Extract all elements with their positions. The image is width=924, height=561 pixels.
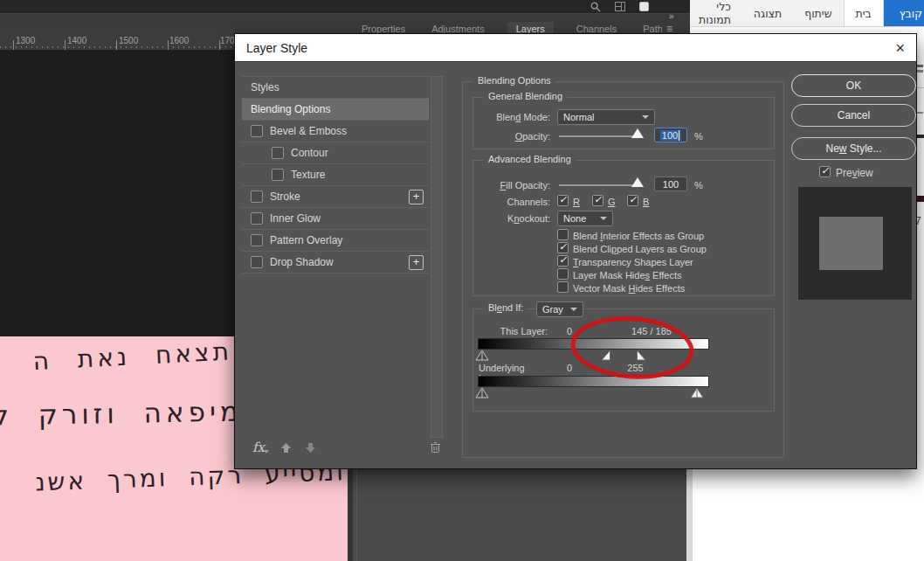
blend-mode-dropdown[interactable]: Normal: [557, 109, 655, 125]
channel-b-checkbox[interactable]: ✓: [627, 195, 638, 206]
style-enable-checkbox[interactable]: [272, 147, 284, 159]
style-enable-checkbox[interactable]: [251, 234, 263, 246]
this-layer-gradient-bar: [478, 338, 709, 350]
styles-list: Styles Blending Options Bevel & Emboss C…: [242, 76, 429, 274]
this-layer-white-left-half-slider[interactable]: [601, 350, 611, 361]
ribbon-tab-home[interactable]: בית: [844, 0, 884, 27]
vector-mask-hides-label: Vector Mask Hides Effects: [573, 283, 685, 294]
blend-if-label: Blend If:: [484, 302, 528, 313]
dialog-titlebar[interactable]: Layer Style ×: [235, 34, 916, 61]
style-enable-checkbox[interactable]: [251, 212, 263, 225]
edge-fragment: [917, 112, 923, 114]
styles-item-blending-options[interactable]: Blending Options: [242, 99, 429, 121]
style-preview-thumbnail: [798, 187, 912, 300]
opacity-field[interactable]: 100: [654, 128, 687, 142]
styles-item-label: Contour: [291, 147, 328, 159]
delete-effect-icon[interactable]: [430, 441, 441, 454]
ribbon-tab-picture-tools[interactable]: כלי תמונות: [690, 0, 742, 26]
check-icon: ✓: [821, 165, 829, 177]
cancel-button[interactable]: Cancel: [791, 104, 916, 127]
blend-if-group: Blend If: Gray This Layer: 0 145 / 185: [472, 308, 775, 412]
canvas-pasteboard: [0, 50, 234, 336]
transparency-shapes-checkbox[interactable]: ✓: [557, 255, 569, 267]
fill-opacity-field[interactable]: 100: [654, 177, 687, 191]
blend-clipped-checkbox[interactable]: ✓: [557, 242, 569, 253]
ribbon-tab-view[interactable]: תצוגה: [742, 0, 793, 26]
style-preview-swatch: [819, 217, 883, 270]
panel-tab-paths[interactable]: Paths: [639, 22, 662, 33]
styles-item-stroke[interactable]: Stroke +: [242, 186, 429, 208]
new-style-button[interactable]: New Style...: [791, 137, 916, 160]
ribbon-tab-file[interactable]: קובץ: [884, 0, 924, 26]
knockout-value: None: [563, 213, 586, 224]
styles-item-pattern-overlay[interactable]: Pattern Overlay: [242, 230, 429, 252]
knockout-dropdown[interactable]: None: [557, 211, 613, 226]
underlying-black-slider[interactable]: [475, 387, 489, 398]
fx-menu-button[interactable]: fx: [252, 440, 265, 455]
channels-label: Channels:: [473, 197, 550, 207]
move-effect-down-icon[interactable]: [305, 442, 316, 454]
blend-interior-checkbox[interactable]: ✓: [557, 229, 569, 240]
styles-list-scrollbar[interactable]: [431, 76, 443, 438]
styles-item-styles[interactable]: Styles: [242, 77, 429, 99]
chevron-down-icon: [642, 115, 649, 119]
this-layer-white-right-half-slider[interactable]: [636, 350, 646, 361]
dialog-title: Layer Style: [246, 41, 307, 55]
underlying-white-slider[interactable]: [690, 387, 704, 398]
ribbon-tab-share[interactable]: שיתוף: [793, 0, 843, 26]
styles-item-contour[interactable]: Contour: [242, 142, 429, 164]
check-icon: ✓: [594, 194, 602, 205]
fill-opacity-value: 100: [663, 179, 679, 190]
add-effect-button[interactable]: +: [409, 255, 424, 270]
general-blending-group: General Blending Blend Mode: Normal Opac…: [472, 97, 775, 149]
ok-button[interactable]: OK: [791, 74, 916, 97]
layer-style-dialog: Layer Style × Styles Blending Options Be…: [234, 33, 917, 469]
overflow-chevron-icon[interactable]: »: [669, 11, 673, 21]
opacity-slider-thumb[interactable]: [631, 128, 644, 138]
panel-tab-channels[interactable]: Channels: [573, 22, 620, 33]
horizontal-ruler: 1300 1400 1500 1600 170: [0, 29, 234, 51]
blend-if-dropdown[interactable]: Gray: [536, 301, 583, 317]
check-icon: ✓: [559, 241, 567, 253]
window-icon[interactable]: [639, 2, 649, 11]
panel-tab-layers[interactable]: Layers: [507, 22, 554, 33]
styles-item-inner-glow[interactable]: Inner Glow: [242, 208, 429, 230]
styles-item-bevel-emboss[interactable]: Bevel & Emboss: [242, 121, 429, 142]
preview-label: Preview: [836, 167, 873, 179]
layer-mask-hides-checkbox[interactable]: ✓: [557, 268, 569, 280]
close-icon[interactable]: ×: [895, 40, 905, 56]
styles-item-texture[interactable]: Texture: [242, 164, 429, 186]
styles-item-drop-shadow[interactable]: Drop Shadow +: [242, 252, 429, 274]
ruler-tick-label: 1500: [119, 36, 138, 45]
search-icon[interactable]: [590, 2, 601, 12]
panel-tab-properties[interactable]: Properties: [358, 22, 409, 33]
this-layer-high-value: 145 / 185: [622, 326, 681, 336]
fill-opacity-label: Fill Opacity:: [473, 180, 550, 190]
opacity-slider-track: [559, 135, 638, 137]
channel-g-checkbox[interactable]: ✓: [592, 195, 603, 206]
styles-item-label: Inner Glow: [270, 212, 321, 225]
style-enable-checkbox[interactable]: [272, 169, 284, 181]
advanced-blending-group: Advanced Blending Fill Opacity: 100 % Ch…: [472, 160, 775, 296]
panel-tab-bar: Properties Adjustments Layers Channels P…: [358, 22, 662, 33]
panel-tab-adjustments[interactable]: Adjustments: [428, 22, 488, 33]
style-enable-checkbox[interactable]: [251, 190, 263, 203]
channel-g-label: G: [608, 197, 616, 207]
add-effect-button[interactable]: +: [409, 190, 424, 204]
window-edge: [686, 469, 693, 561]
ruler-tick-label: 1400: [67, 36, 86, 45]
this-layer-black-slider[interactable]: [475, 350, 489, 361]
ruler-tick-label: 170: [220, 36, 234, 45]
style-enable-checkbox[interactable]: [251, 125, 263, 137]
blend-clipped-label: Blend Clipped Layers as Group: [573, 244, 707, 254]
fill-opacity-slider-thumb[interactable]: [631, 177, 644, 187]
blend-interior-label: Blend Interior Effects as Group: [573, 231, 704, 241]
channel-r-checkbox[interactable]: ✓: [557, 195, 569, 206]
vector-mask-hides-checkbox[interactable]: ✓: [557, 281, 569, 293]
style-enable-checkbox[interactable]: [251, 256, 263, 268]
move-effect-up-icon[interactable]: [280, 442, 292, 454]
workspace-grid-icon[interactable]: [615, 2, 625, 11]
chevron-down-icon: [570, 308, 577, 311]
this-layer-label: This Layer:: [473, 326, 548, 336]
preview-checkbox[interactable]: ✓: [819, 166, 831, 177]
